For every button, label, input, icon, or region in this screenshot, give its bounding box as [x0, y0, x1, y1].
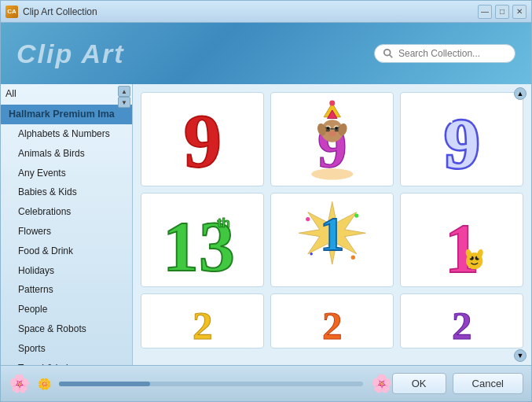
svg-point-0: [384, 50, 391, 56]
window-title: Clip Art Collection: [23, 6, 478, 17]
svg-text:9: 9: [183, 98, 222, 181]
title-bar: CA Clip Art Collection — □ ✕: [1, 1, 531, 23]
maximize-button[interactable]: □: [495, 5, 509, 19]
sidebar-item-celebrations[interactable]: Celebrations: [1, 202, 132, 222]
svg-text:2: 2: [452, 304, 471, 345]
sidebar-item-flowers[interactable]: Flowers: [1, 222, 132, 242]
gallery-item-num9-red[interactable]: 9: [141, 92, 264, 186]
num9-party-image: 9: [277, 98, 387, 181]
gallery-area: ▲ ▼ 9 9: [133, 84, 531, 365]
sidebar-item-holidays[interactable]: Holidays: [1, 261, 132, 281]
sidebar-item-hallmark[interactable]: Hallmark Premium Ima: [1, 105, 132, 125]
num2-yellow-image: 2: [148, 297, 258, 345]
gallery-grid: 9 9: [133, 84, 531, 356]
cancel-button[interactable]: Cancel: [453, 373, 523, 394]
svg-line-1: [390, 55, 393, 58]
num13-image: 13 th: [148, 198, 258, 282]
gallery-item-num2-yellow[interactable]: 2: [141, 293, 264, 349]
num9-red-image: 9: [148, 98, 258, 181]
sidebar-item-patterns[interactable]: Patterns: [1, 280, 132, 300]
sidebar-scroll-arrows: ▲ ▼: [118, 86, 130, 108]
gallery-item-num1-pink[interactable]: 1: [400, 193, 523, 287]
sidebar-item-travel[interactable]: Travel & Leisure: [1, 359, 132, 365]
sidebar-item-alphabets[interactable]: Alphabets & Numbers: [1, 124, 132, 144]
num2-orange-image: 2: [277, 297, 387, 345]
gallery-item-num2-purple[interactable]: 2: [400, 293, 523, 349]
sidebar-item-babies[interactable]: Babies & Kids: [1, 183, 132, 202]
num2-purple-image: 2: [407, 297, 517, 345]
sidebar-item-any-events[interactable]: Any Events: [1, 164, 132, 183]
close-button[interactable]: ✕: [512, 5, 526, 19]
svg-point-28: [350, 255, 354, 259]
sidebar-item-all[interactable]: All: [1, 84, 132, 105]
svg-point-25: [306, 217, 310, 221]
gallery-scroll-up[interactable]: ▲: [514, 87, 526, 100]
gallery-scroll-down[interactable]: ▼: [514, 349, 526, 362]
minimize-button[interactable]: —: [478, 5, 492, 19]
flower-small-icon: 🌼: [38, 378, 51, 390]
flower-right-icon: 🌸: [371, 374, 392, 394]
gallery-item-num9-blue[interactable]: 9 9: [400, 92, 523, 186]
sidebar-item-animals[interactable]: Animals & Birds: [1, 144, 132, 164]
footer-decoration: 🌸 🌼: [9, 374, 51, 394]
gallery-item-num2-orange[interactable]: 2: [270, 293, 394, 349]
sidebar-item-food[interactable]: Food & Drink: [1, 242, 132, 261]
gallery-item-num1-star[interactable]: 1: [270, 193, 394, 287]
num9-blue-image: 9 9: [407, 98, 517, 181]
svg-text:1: 1: [444, 209, 479, 282]
search-icon: [383, 48, 394, 59]
sidebar-item-people[interactable]: People: [1, 300, 132, 319]
svg-text:2: 2: [322, 304, 342, 345]
footer-progress-bar: [59, 382, 363, 386]
svg-point-12: [328, 131, 336, 136]
search-input[interactable]: [398, 48, 507, 59]
app-icon: CA: [6, 6, 18, 18]
main-content: ▲ ▼ All Hallmark Premium Ima Alphabets &…: [1, 84, 531, 365]
sidebar-scroll-up[interactable]: ▲: [118, 86, 130, 97]
sidebar: ▲ ▼ All Hallmark Premium Ima Alphabets &…: [1, 84, 133, 365]
svg-point-26: [354, 213, 358, 217]
gallery-item-num13[interactable]: 13 th: [141, 193, 264, 287]
svg-point-6: [329, 100, 335, 105]
footer-progress-thumb: [59, 382, 150, 386]
sidebar-item-space-robots[interactable]: Space & Robots: [1, 319, 132, 339]
svg-point-27: [310, 253, 313, 256]
sidebar-item-sports[interactable]: Sports: [1, 339, 132, 359]
window-controls: — □ ✕: [478, 5, 526, 19]
footer: 🌸 🌼 🌸 OK Cancel: [1, 365, 531, 401]
footer-buttons: OK Cancel: [392, 373, 523, 394]
header: Clip Art: [1, 23, 531, 84]
svg-text:9: 9: [444, 105, 479, 181]
num1-pink-image: 1: [407, 198, 517, 282]
gallery-item-num9-party[interactable]: 9: [270, 92, 394, 186]
svg-text:th: th: [217, 215, 229, 231]
ok-button[interactable]: OK: [392, 373, 446, 394]
app-window: CA Clip Art Collection — □ ✕ Clip Art ▲ …: [0, 0, 532, 402]
flower-left-icon: 🌸: [9, 374, 30, 394]
svg-text:1: 1: [320, 207, 344, 260]
app-logo: Clip Art: [17, 39, 125, 69]
search-box[interactable]: [374, 44, 515, 63]
num1-star-image: 1: [277, 198, 387, 282]
svg-text:2: 2: [193, 304, 212, 345]
sidebar-scroll-down[interactable]: ▼: [118, 97, 130, 108]
